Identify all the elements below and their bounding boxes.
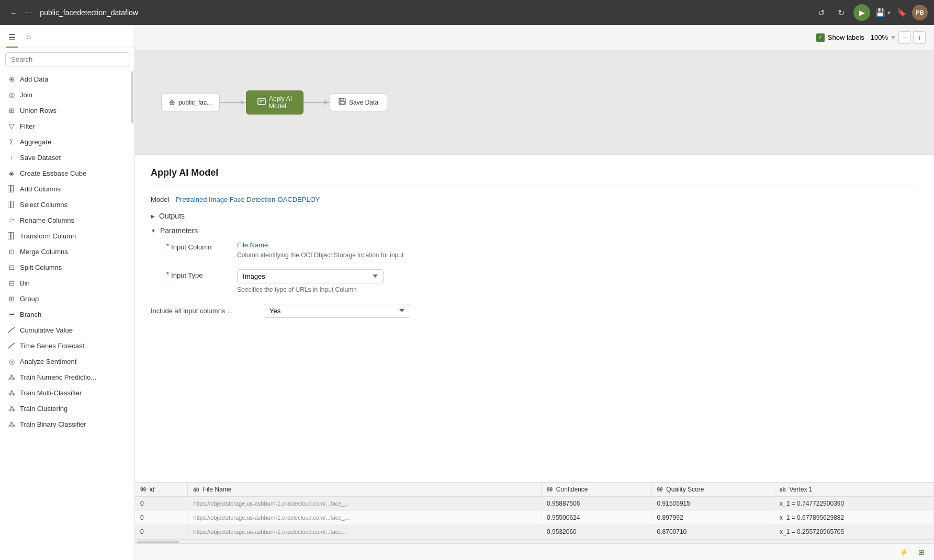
save-data-node[interactable]: Save Data (330, 93, 387, 111)
sidebar-item-rename-columns[interactable]: ⇌ Rename Columns (0, 212, 134, 228)
sidebar-item-aggregate[interactable]: Σ Aggregate (0, 134, 134, 150)
sidebar-item-add-data[interactable]: ⊕ Add Data (0, 71, 134, 87)
sidebar-item-train-numeric[interactable]: ⁂ Train Numeric Predictio... (0, 369, 134, 385)
table-hscrollbar[interactable] (135, 539, 934, 543)
sidebar-item-train-multi[interactable]: ⁂ Train Multi-Classifier (0, 385, 134, 401)
branch-icon: ⇀ (7, 310, 16, 318)
zoom-value: 100% (871, 33, 888, 41)
svg-rect-5 (11, 232, 14, 239)
input-type-select[interactable]: Images Text Video (237, 269, 384, 283)
svg-rect-3 (11, 201, 14, 208)
apply-ai-node[interactable]: Apply AIModel (246, 90, 303, 115)
sidebar-item-save-dataset[interactable]: ↑ Save Dataset (0, 150, 134, 165)
svg-rect-4 (8, 232, 10, 239)
zoom-dropdown-arrow[interactable]: ▼ (890, 34, 896, 41)
sidebar-item-create-essbase[interactable]: ◈ Create Essbase Cube (0, 165, 134, 181)
col-header-filename: ab File Name (188, 483, 542, 497)
panel-title: Apply AI Model (151, 167, 918, 185)
run-button[interactable]: ▶ (853, 4, 870, 21)
include-select[interactable]: Yes No (264, 304, 410, 318)
sidebar-item-union-rows[interactable]: ⊞ Union Rows (0, 102, 134, 118)
sidebar-item-add-columns[interactable]: Add Columns (0, 181, 134, 197)
outputs-arrow: ▶ (151, 213, 155, 219)
include-row: Include all input columns ... Yes No (151, 304, 918, 318)
input-column-desc: Column identifying the OCI Object Storag… (237, 251, 403, 260)
essbase-icon: ◈ (7, 169, 16, 177)
sidebar-item-time-series[interactable]: Time Series Forecast (0, 338, 134, 353)
save-button[interactable]: 💾▼ (875, 8, 892, 17)
avatar[interactable]: PB (912, 5, 928, 20)
input-column-value[interactable]: File Name (237, 241, 403, 249)
sidebar-item-transform-column[interactable]: Transform Column (0, 228, 134, 244)
show-labels-checkbox[interactable]: ✓ (816, 33, 825, 42)
table-row: 0 https://objectstorage.us-ashburn-1.ora… (135, 511, 934, 525)
input-type-label: Input Type (171, 269, 229, 279)
source-node[interactable]: ⊕ public_fac... (161, 94, 220, 111)
zoom-out-button[interactable]: − (898, 31, 911, 44)
include-label: Include all input columns ... (151, 307, 255, 315)
aggregate-icon: Σ (7, 138, 16, 146)
data-table: 99 id ab File Name 99 Confidence (135, 483, 934, 539)
model-row: Model Pretrained Image Face Detection-OA… (151, 196, 918, 203)
group-icon: ⊞ (7, 294, 16, 303)
input-column-value-col: File Name Column identifying the OCI Obj… (237, 241, 403, 260)
save-data-icon (339, 98, 346, 107)
scrollbar-thumb[interactable] (131, 71, 133, 123)
cumulative-icon (7, 326, 16, 334)
show-labels-toggle[interactable]: ✓ Show labels (816, 33, 864, 42)
join-icon: ◎ (7, 90, 16, 99)
zoom-control: 100% ▼ − + (871, 31, 926, 44)
search-input[interactable] (5, 52, 129, 66)
col-header-confidence: 99 Confidence (542, 483, 652, 497)
hscrollbar-thumb[interactable] (137, 541, 179, 543)
sidebar-item-bin[interactable]: ⊟ Bin (0, 275, 134, 291)
select-columns-icon (7, 200, 16, 209)
flow-node-apply-ai: Apply AIModel (246, 90, 303, 115)
table-icon[interactable]: ⊞ (915, 546, 928, 558)
svg-rect-1 (11, 185, 14, 192)
train-multi-icon: ⁂ (7, 388, 16, 397)
sidebar-item-merge-columns[interactable]: ⊡ Merge Columns (0, 244, 134, 259)
svg-rect-2 (8, 201, 10, 208)
sidebar-item-analyze-sentiment[interactable]: ◎ Analyze Sentiment (0, 353, 134, 369)
train-numeric-icon: ⁂ (7, 373, 16, 381)
transform-column-icon (7, 232, 16, 240)
sidebar-item-train-binary[interactable]: ⁂ Train Binary Classifier (0, 416, 134, 432)
union-rows-icon: ⊞ (7, 106, 16, 115)
back-button[interactable]: ← (6, 5, 21, 20)
parameters-section: ▼ Parameters * Input Column File Name Co… (151, 226, 918, 294)
input-column-label: Input Column (171, 241, 229, 251)
sidebar-item-filter[interactable]: ▽ Filter (0, 118, 134, 134)
time-series-icon (7, 341, 16, 350)
filename-cell-3: https://objectstorage.us-ashburn-1.oracl… (188, 525, 542, 539)
outputs-label: Outputs (159, 212, 185, 220)
source-node-icon: ⊕ (169, 98, 175, 107)
tab-data[interactable]: ○ (24, 29, 33, 48)
merge-columns-icon: ⊡ (7, 247, 16, 256)
filename-cell-1: https://objectstorage.us-ashburn-1.oracl… (188, 497, 542, 511)
zoom-in-button[interactable]: + (913, 31, 926, 44)
sidebar-item-branch[interactable]: ⇀ Branch (0, 306, 134, 322)
detail-section: Apply AI Model Model Pretrained Image Fa… (135, 155, 934, 543)
redo-button[interactable]: ↻ (834, 5, 848, 20)
model-link[interactable]: Pretrained Image Face Detection-OACDEPLO… (175, 196, 320, 203)
undo-button[interactable]: ↺ (814, 5, 828, 20)
svg-rect-0 (8, 185, 10, 192)
topbar-actions: ↺ ↻ ▶ 💾▼ 🔖 PB (814, 4, 928, 21)
data-table-container: 99 id ab File Name 99 Confidence (135, 482, 934, 543)
apply-ai-icon (257, 97, 266, 107)
outputs-section-header[interactable]: ▶ Outputs (151, 212, 918, 220)
canvas-area: ✓ Show labels 100% ▼ − + ⊕ public_fac... (135, 25, 934, 560)
tab-transforms[interactable]: ☰ (6, 29, 18, 48)
sidebar-item-split-columns[interactable]: ⊡ Split Columns (0, 259, 134, 275)
parameters-section-header[interactable]: ▼ Parameters (151, 226, 918, 235)
bookmark-button[interactable]: 🔖 (897, 8, 907, 17)
sidebar-item-select-columns[interactable]: Select Columns (0, 197, 134, 212)
lightning-icon[interactable]: ⚡ (897, 546, 910, 558)
sidebar-item-train-clustering[interactable]: ⁂ Train Clustering (0, 401, 134, 416)
model-label: Model (151, 196, 169, 203)
sidebar-item-group[interactable]: ⊞ Group (0, 291, 134, 306)
sidebar-item-join[interactable]: ◎ Join (0, 87, 134, 102)
connector-1 (220, 102, 246, 103)
sidebar-item-cumulative[interactable]: Cumulative Value (0, 322, 134, 338)
